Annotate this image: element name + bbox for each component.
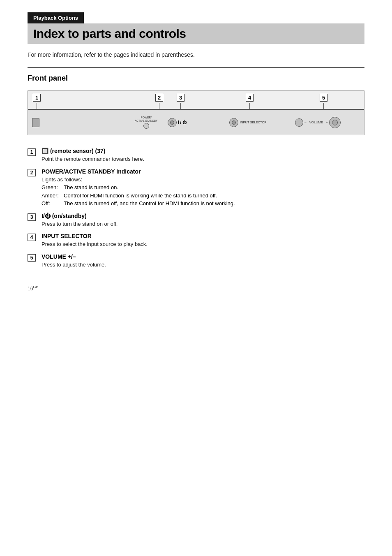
item-num-box-1: 1 <box>28 148 36 156</box>
item-num-box-5: 5 <box>28 254 36 262</box>
item-title-5: VOLUME +/– <box>42 253 364 260</box>
item-num-box-3: 3 <box>28 213 36 221</box>
page-title-bar: Index to parts and controls <box>28 23 364 44</box>
item-title-4: INPUT SELECTOR <box>42 233 364 239</box>
ctrl-power-button: I / ⏻ <box>168 118 187 127</box>
item-desc-3: Press to turn the stand on or off. <box>42 220 364 228</box>
item-desc-green: Green: The stand is turned on. <box>42 183 364 192</box>
item-desc-amber: Amber: Control for HDMI function is work… <box>42 192 364 200</box>
front-panel-section: Front panel 1 2 3 4 5 <box>28 74 364 269</box>
intro-text: For more information, refer to the pages… <box>28 51 364 58</box>
item-row-2: 2 POWER/ACTIVE STANDBY indicator Lights … <box>28 168 364 208</box>
item-desc-1: Point the remote commander towards here. <box>42 155 364 163</box>
item-desc-off: Off: The stand is turned off, and the Co… <box>42 199 364 208</box>
item-desc-4: Press to select the input source to play… <box>42 240 364 248</box>
item-row-4: 4 INPUT SELECTOR Press to select the inp… <box>28 233 364 248</box>
item-desc-5: Press to adjust the volume. <box>42 261 364 269</box>
item-desc-intro-2: Lights as follows: <box>42 176 364 184</box>
section-tag: Playback Options <box>28 12 84 23</box>
item-title-3: I/⏻ (on/standby) <box>42 213 364 219</box>
ctrl-volume: – VOLUME + <box>295 117 341 128</box>
item-num-box-4: 4 <box>28 234 36 241</box>
section-divider <box>28 67 364 68</box>
item-num-box-2: 2 <box>28 169 36 176</box>
panel-number-2: 2 <box>155 94 163 102</box>
item-title-2: POWER/ACTIVE STANDBY indicator <box>42 168 364 175</box>
panel-number-5: 5 <box>320 94 327 102</box>
item-title-1: 🔲 (remote sensor) (37) <box>42 148 364 154</box>
page-suffix: GB <box>33 285 38 289</box>
items-list: 1 🔲 (remote sensor) (37) Point the remot… <box>28 148 364 269</box>
item-row-5: 5 VOLUME +/– Press to adjust the volume. <box>28 253 364 269</box>
page-title: Index to parts and controls <box>33 27 186 40</box>
ctrl-power-indicator: POWER/ACTIVE STANDBY <box>135 116 158 129</box>
ctrl-remote-sensor <box>32 118 39 127</box>
page-footer: 16GB <box>28 285 364 292</box>
panel-number-4: 4 <box>246 94 254 102</box>
front-panel-diagram: 1 2 3 4 5 POWER/ACTIVE STANDBY <box>28 90 364 135</box>
front-panel-heading: Front panel <box>28 74 364 83</box>
panel-number-1: 1 <box>33 94 41 102</box>
page-number: 16 <box>28 286 33 292</box>
panel-number-3: 3 <box>177 94 184 102</box>
item-row-3: 3 I/⏻ (on/standby) Press to turn the sta… <box>28 213 364 228</box>
item-row-1: 1 🔲 (remote sensor) (37) Point the remot… <box>28 148 364 163</box>
ctrl-input-selector: INPUT SELECTOR <box>229 118 267 127</box>
